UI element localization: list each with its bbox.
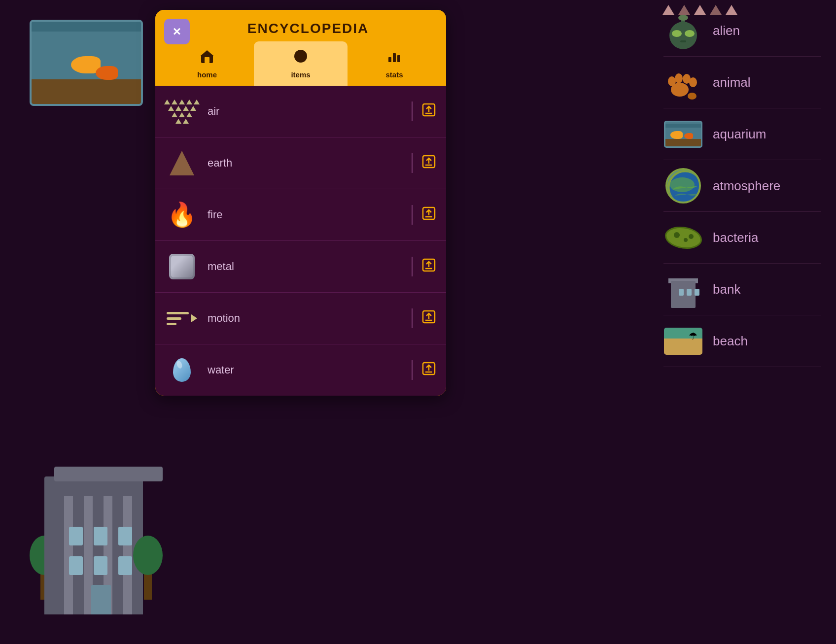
- svg-point-31: [672, 30, 682, 37]
- list-item[interactable]: 🔥 fire: [155, 189, 446, 241]
- export-button-fire[interactable]: [421, 206, 436, 224]
- svg-rect-33: [680, 40, 686, 42]
- tab-items-label: items: [291, 70, 310, 79]
- motion-icon: [165, 302, 199, 335]
- svg-point-5: [296, 53, 299, 56]
- divider: [412, 308, 413, 328]
- modal-tabs: home items stats: [155, 41, 446, 86]
- svg-point-39: [688, 93, 697, 100]
- building-body: [44, 476, 143, 614]
- list-item[interactable]: water: [155, 344, 446, 396]
- beach-icon: ☂: [663, 321, 703, 361]
- fish-icon: [96, 66, 118, 80]
- tab-stats[interactable]: stats: [348, 41, 441, 86]
- fire-icon: 🔥: [165, 198, 199, 232]
- svg-point-38: [689, 77, 697, 87]
- sidebar-item-label-aquarium: aquarium: [713, 127, 766, 142]
- sidebar-item-bank[interactable]: bank: [663, 264, 821, 315]
- building-window: [118, 556, 132, 575]
- aquarium-decoration: [30, 20, 143, 106]
- water-icon: [165, 353, 199, 387]
- export-button-motion[interactable]: [421, 309, 436, 328]
- svg-point-6: [303, 53, 305, 56]
- atmosphere-icon: [663, 166, 703, 205]
- list-item[interactable]: earth: [155, 137, 446, 189]
- column-icon: [64, 496, 73, 614]
- bacteria-icon: [663, 218, 703, 257]
- sidebar-item-label-atmosphere: atmosphere: [713, 178, 780, 194]
- divider: [412, 257, 413, 276]
- air-icon: [165, 95, 199, 128]
- svg-marker-1: [200, 50, 214, 56]
- column-icon: [123, 496, 132, 614]
- items-list: air earth: [155, 86, 446, 396]
- list-item[interactable]: motion: [155, 293, 446, 344]
- divider: [412, 153, 413, 173]
- building-window: [94, 527, 107, 545]
- building-roof: [54, 467, 163, 481]
- tab-home[interactable]: home: [160, 41, 254, 86]
- export-button-water[interactable]: [421, 361, 436, 379]
- svg-point-30: [678, 15, 688, 21]
- building-window: [118, 527, 132, 545]
- building-window: [94, 556, 107, 575]
- item-name-metal: metal: [208, 260, 403, 273]
- building-window: [69, 556, 83, 575]
- sidebar-item-bacteria[interactable]: bacteria: [663, 212, 821, 264]
- divider: [412, 205, 413, 225]
- building-decoration: [30, 457, 158, 614]
- sidebar-item-alien[interactable]: alien: [663, 5, 821, 57]
- sidebar-item-atmosphere[interactable]: atmosphere: [663, 160, 821, 212]
- close-button[interactable]: ×: [164, 19, 190, 44]
- alien-icon: [663, 11, 703, 50]
- svg-rect-9: [397, 55, 400, 62]
- svg-rect-8: [393, 53, 396, 62]
- list-item[interactable]: metal: [155, 241, 446, 293]
- sidebar-item-label-bacteria: bacteria: [713, 230, 759, 245]
- items-icon: [293, 48, 309, 68]
- building-door: [91, 585, 111, 614]
- earth-icon: [165, 146, 199, 180]
- svg-rect-7: [388, 57, 391, 62]
- divider: [412, 102, 413, 121]
- tab-items[interactable]: items: [254, 41, 348, 86]
- sidebar-item-label-beach: beach: [713, 334, 748, 349]
- animal-icon: [663, 63, 703, 102]
- tree-icon: [133, 531, 163, 600]
- tab-home-label: home: [197, 70, 217, 79]
- item-name-motion: motion: [208, 312, 403, 325]
- close-icon: ×: [173, 25, 181, 38]
- tab-stats-label: stats: [385, 70, 403, 79]
- export-button-earth[interactable]: [421, 154, 436, 172]
- svg-point-32: [685, 30, 695, 37]
- stats-icon: [386, 48, 402, 68]
- export-button-metal[interactable]: [421, 258, 436, 276]
- svg-point-35: [668, 76, 676, 86]
- item-name-fire: fire: [208, 208, 403, 221]
- item-name-earth: earth: [208, 157, 403, 169]
- svg-point-36: [675, 73, 683, 83]
- modal-header: ENCYCLOPEDIA: [155, 10, 446, 41]
- sidebar-item-label-animal: animal: [713, 75, 751, 90]
- item-name-air: air: [208, 105, 403, 118]
- home-icon: [199, 48, 215, 68]
- sidebar-item-animal[interactable]: animal: [663, 57, 821, 108]
- sidebar-item-aquarium[interactable]: aquarium: [663, 108, 821, 160]
- divider: [412, 360, 413, 380]
- sidebar-right: alien animal aquarium: [649, 0, 836, 644]
- aquarium-sidebar-icon: [663, 114, 703, 154]
- encyclopedia-modal: × ENCYCLOPEDIA home: [155, 10, 446, 396]
- modal-title: ENCYCLOPEDIA: [180, 21, 436, 36]
- metal-icon: [165, 250, 199, 283]
- bank-icon: [663, 270, 703, 309]
- aquarium-bar: [32, 22, 141, 32]
- list-item[interactable]: air: [155, 86, 446, 137]
- sidebar-item-label-alien: alien: [713, 23, 740, 38]
- sidebar-item-beach[interactable]: ☂ beach: [663, 315, 821, 367]
- sidebar-item-label-bank: bank: [713, 282, 740, 297]
- svg-rect-2: [205, 57, 209, 63]
- building-window: [69, 527, 83, 545]
- export-button-air[interactable]: [421, 102, 436, 121]
- item-name-water: water: [208, 364, 403, 376]
